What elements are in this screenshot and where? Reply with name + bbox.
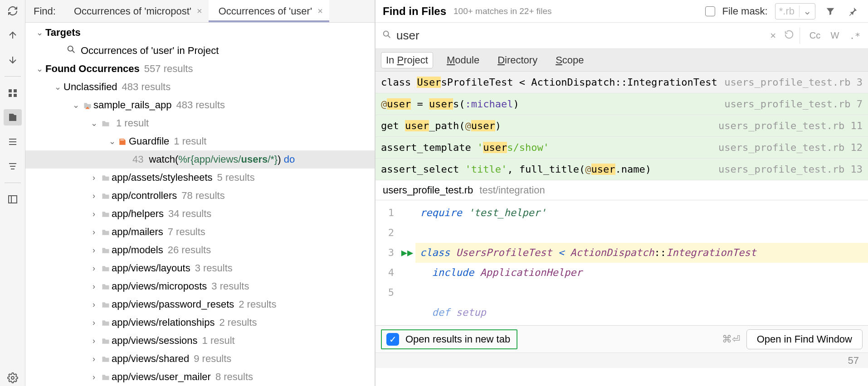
folder-node[interactable]: ›app/views/shared9 results: [25, 350, 375, 368]
folder-node[interactable]: ›app/views/relationships2 results: [25, 314, 375, 332]
chevron-right-icon[interactable]: ›: [88, 336, 100, 346]
svg-rect-1: [14, 89, 17, 92]
filter-icon[interactable]: [823, 4, 838, 19]
result-row[interactable]: assert_template 'users/show' users_profi…: [375, 137, 868, 159]
chevron-down-icon[interactable]: ⌄: [52, 82, 63, 92]
folder-node[interactable]: ›app/assets/stylesheets5 results: [25, 169, 375, 187]
tool-window-toolbar: [0, 0, 25, 386]
targets-node[interactable]: ⌄ Targets: [25, 24, 375, 42]
unclassified-node[interactable]: ⌄ Unclassified 483 results: [25, 78, 375, 96]
folder-icon: [100, 117, 112, 129]
search-options: Cc W .*: [800, 28, 863, 44]
open-in-new-tab-highlight: ✓ Open results in new tab: [381, 329, 517, 349]
result-row[interactable]: get user_path(@user) users_profile_test.…: [375, 115, 868, 137]
settings-icon[interactable]: [4, 370, 22, 386]
file-mask-field[interactable]: *.rb ⌄: [775, 3, 815, 19]
svg-point-5: [11, 376, 14, 379]
targets-subnode[interactable]: Occurrences of 'user' in Project: [25, 42, 375, 60]
chevron-right-icon[interactable]: ›: [88, 173, 100, 183]
file-mask-label: File mask:: [722, 5, 768, 17]
folder-node[interactable]: ›app/helpers34 results: [25, 205, 375, 223]
scope-module[interactable]: Module: [442, 53, 484, 68]
chevron-right-icon[interactable]: ›: [88, 209, 100, 219]
pin-icon[interactable]: [845, 4, 861, 19]
chevron-right-icon[interactable]: ›: [88, 354, 100, 364]
chevron-down-icon[interactable]: ⌄: [34, 28, 45, 38]
clear-icon[interactable]: ×: [767, 30, 779, 42]
close-icon[interactable]: ×: [197, 6, 202, 16]
chevron-right-icon[interactable]: ›: [88, 246, 100, 255]
find-tabs: Find: Occurrences of 'micropost' × Occur…: [25, 0, 375, 23]
chevron-down-icon[interactable]: ⌄: [88, 118, 100, 128]
group-by-icon[interactable]: [4, 85, 22, 101]
chevron-right-icon[interactable]: ›: [88, 227, 100, 237]
folder-node[interactable]: ›app/controllers78 results: [25, 187, 375, 205]
tab-user[interactable]: Occurrences of 'user' ×: [209, 0, 329, 22]
expand-all-icon[interactable]: [4, 134, 22, 150]
keyboard-hint: ⌘⏎: [722, 333, 740, 345]
folder-node[interactable]: ›app/views/sessions1 result: [25, 332, 375, 350]
search-input[interactable]: [396, 29, 765, 43]
guardfile-node[interactable]: ⌄ Guardfile 1 result: [25, 132, 375, 150]
folder-node[interactable]: ›app/views/microposts3 results: [25, 277, 375, 295]
folder-icon: [100, 208, 112, 220]
results-list[interactable]: class UsersProfileTest < ActionDispatch:…: [375, 72, 868, 180]
folder-node[interactable]: ›app/mailers7 results: [25, 223, 375, 241]
chevron-down-icon[interactable]: ⌄: [34, 64, 45, 74]
search-icon: [66, 44, 76, 57]
svg-rect-0: [9, 89, 12, 92]
find-results-panel: Find: Occurrences of 'micropost' × Occur…: [25, 0, 375, 386]
svg-rect-2: [9, 94, 12, 97]
chevron-right-icon[interactable]: ›: [88, 191, 100, 201]
scope-in-project[interactable]: In Project: [381, 52, 433, 68]
chevron-down-icon[interactable]: ⌄: [70, 100, 82, 110]
status-bar: 57: [375, 352, 868, 368]
results-tree[interactable]: ⌄ Targets Occurrences of 'user' in Proje…: [25, 23, 375, 386]
close-icon[interactable]: ×: [317, 6, 323, 16]
dialog-bottom-bar: ✓ Open results in new tab ⌘⏎ Open in Fin…: [375, 325, 868, 352]
result-row[interactable]: assert_select 'title', full_title(@user.…: [375, 159, 868, 180]
svg-point-7: [384, 31, 389, 36]
next-occurrence-icon[interactable]: [4, 52, 22, 68]
collapse-all-icon[interactable]: [4, 158, 22, 174]
project-node[interactable]: ⌄ sample_rails_app 483 results: [25, 96, 375, 114]
folder-icon: [100, 226, 112, 238]
ruby-file-icon: [118, 135, 127, 147]
status-count: 57: [848, 355, 859, 367]
folder-node[interactable]: ›app/views/user_mailer8 results: [25, 368, 375, 386]
whole-word-button[interactable]: W: [826, 28, 844, 44]
root-folder-node[interactable]: ⌄ 1 result: [25, 114, 375, 132]
chevron-right-icon[interactable]: ›: [88, 372, 100, 382]
folder-node[interactable]: ›app/views/password_resets2 results: [25, 295, 375, 314]
file-mask-checkbox[interactable]: [705, 6, 715, 16]
prev-occurrence-icon[interactable]: [4, 27, 22, 43]
chevron-right-icon[interactable]: ›: [88, 300, 100, 309]
folder-icon: [100, 280, 112, 292]
folder-node[interactable]: ›app/views/layouts3 results: [25, 259, 375, 277]
regex-button[interactable]: .*: [846, 28, 863, 44]
found-occurrences-node[interactable]: ⌄ Found Occurrences 557 results: [25, 60, 375, 78]
scope-directory[interactable]: Directory: [493, 53, 542, 68]
open-in-find-window-button[interactable]: Open in Find Window: [746, 329, 863, 349]
run-gutter-icon[interactable]: ▶▶: [399, 243, 415, 263]
refresh-icon[interactable]: [4, 3, 22, 19]
chevron-down-icon[interactable]: ⌄: [106, 136, 118, 146]
chevron-right-icon[interactable]: ›: [88, 318, 100, 328]
match-case-button[interactable]: Cc: [806, 28, 824, 44]
chevron-right-icon[interactable]: ›: [88, 282, 100, 291]
tab-micropost[interactable]: Occurrences of 'micropost' ×: [64, 0, 209, 22]
match-line[interactable]: 43 watch(%r{app/views/users/*}) do: [25, 150, 375, 169]
result-row[interactable]: @user = users(:michael) users_profile_te…: [375, 93, 868, 115]
folder-icon: [100, 190, 112, 202]
chevron-down-icon[interactable]: ⌄: [799, 5, 811, 17]
chevron-right-icon[interactable]: ›: [88, 264, 100, 273]
code-preview[interactable]: 12345 ▶▶ require 'test_helper' class Use…: [375, 200, 868, 325]
open-in-new-tab-checkbox[interactable]: ✓: [386, 333, 399, 346]
preview-toggle-icon[interactable]: [4, 191, 22, 207]
file-structure-icon[interactable]: [4, 109, 22, 125]
history-icon[interactable]: [781, 29, 797, 42]
scope-scope[interactable]: Scope: [551, 53, 588, 68]
folder-node[interactable]: ›app/models26 results: [25, 241, 375, 259]
result-row[interactable]: class UsersProfileTest < ActionDispatch:…: [375, 72, 868, 93]
preview-filename: users_profile_test.rb: [383, 184, 473, 196]
